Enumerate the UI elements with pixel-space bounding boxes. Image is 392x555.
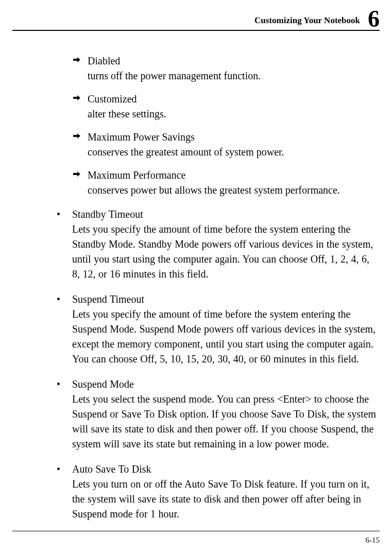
main-option-list: • Standby Timeout Lets you specify the a… bbox=[53, 207, 380, 522]
chapter-number: 6 bbox=[368, 7, 380, 31]
item-desc: alter these settings. bbox=[88, 107, 380, 122]
item-body: Auto Save To Disk Lets you turn on or of… bbox=[72, 462, 380, 522]
item-body: Maximum Power Savings conserves the grea… bbox=[80, 130, 380, 160]
item-desc: Lets you specify the amount of time befo… bbox=[72, 307, 380, 367]
item-body: Suspend Timeout Lets you specify the amo… bbox=[72, 292, 380, 367]
bullet-icon: • bbox=[53, 292, 72, 367]
page-header: Customizing Your Notebook 6 bbox=[12, 9, 380, 31]
arrow-right-icon bbox=[62, 168, 80, 198]
item-body: Suspend Mode Lets you select the suspend… bbox=[72, 377, 380, 452]
list-item: • Suspend Mode Lets you select the suspe… bbox=[53, 377, 380, 452]
item-title: Standby Timeout bbox=[72, 207, 380, 222]
list-item: • Standby Timeout Lets you specify the a… bbox=[53, 207, 380, 282]
item-body: Maximum Performance conserves power but … bbox=[80, 168, 380, 198]
list-item: Maximum Power Savings conserves the grea… bbox=[62, 130, 380, 160]
item-title: Suspend Timeout bbox=[72, 292, 380, 307]
item-desc: turns off the power management function. bbox=[88, 68, 380, 83]
item-body: Standby Timeout Lets you specify the amo… bbox=[72, 207, 380, 282]
item-title: Maximum Power Savings bbox=[88, 130, 380, 145]
page-content: Diabled turns off the power management f… bbox=[62, 54, 380, 532]
item-body: Customized alter these settings. bbox=[80, 92, 380, 122]
list-item: Maximum Performance conserves power but … bbox=[62, 168, 380, 198]
item-desc: conserves power but allows the greatest … bbox=[88, 183, 380, 198]
document-page: Customizing Your Notebook 6 Diabled turn… bbox=[0, 0, 392, 555]
item-title: Maximum Performance bbox=[88, 168, 380, 183]
arrow-right-icon bbox=[62, 54, 80, 83]
arrow-right-icon bbox=[62, 92, 80, 122]
footer-rule bbox=[12, 531, 380, 531]
item-title: Auto Save To Disk bbox=[72, 462, 380, 477]
list-item: • Suspend Timeout Lets you specify the a… bbox=[53, 292, 380, 367]
item-title: Diabled bbox=[88, 54, 380, 68]
item-body: Diabled turns off the power management f… bbox=[80, 54, 380, 83]
bullet-icon: • bbox=[53, 207, 72, 282]
list-item: Diabled turns off the power management f… bbox=[62, 54, 380, 83]
list-item: Customized alter these settings. bbox=[62, 92, 380, 122]
chapter-title: Customizing Your Notebook bbox=[254, 15, 360, 26]
bullet-icon: • bbox=[53, 377, 72, 452]
item-desc: conserves the greatest amount of system … bbox=[88, 145, 380, 160]
item-desc: Lets you turn on or off the Auto Save To… bbox=[72, 477, 380, 522]
item-desc: Lets you specify the amount of time befo… bbox=[72, 222, 380, 282]
sub-option-list: Diabled turns off the power management f… bbox=[62, 54, 380, 198]
page-number: 6-15 bbox=[366, 536, 380, 545]
arrow-right-icon bbox=[62, 130, 80, 160]
item-title: Suspend Mode bbox=[72, 377, 380, 392]
bullet-icon: • bbox=[53, 462, 72, 522]
list-item: • Auto Save To Disk Lets you turn on or … bbox=[53, 462, 380, 522]
item-title: Customized bbox=[88, 92, 380, 107]
item-desc: Lets you select the suspend mode. You ca… bbox=[72, 392, 380, 452]
